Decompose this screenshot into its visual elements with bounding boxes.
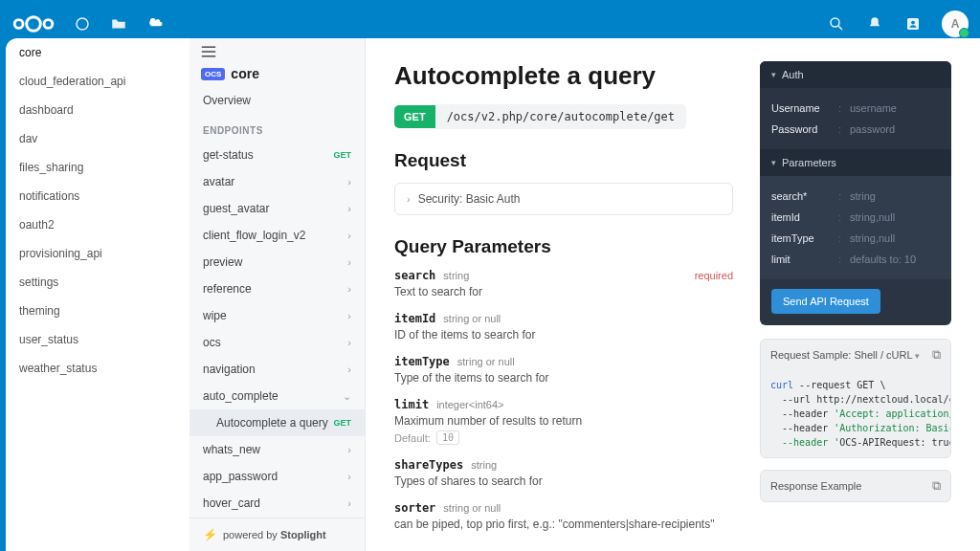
files-icon[interactable] xyxy=(109,14,128,33)
svg-point-1 xyxy=(14,20,23,29)
svg-line-5 xyxy=(838,26,842,30)
svg-point-2 xyxy=(44,20,53,29)
notifications-icon[interactable] xyxy=(865,14,884,33)
svg-point-4 xyxy=(831,18,839,27)
endpoint-sidebar: OCS core Overview ENDPOINTS get-statusGE… xyxy=(189,38,366,48)
dashboard-icon[interactable] xyxy=(73,14,92,33)
contacts-icon[interactable] xyxy=(903,14,923,33)
app-list-sidebar: corecloud_federation_apidashboarddavfile… xyxy=(6,38,189,48)
svg-point-3 xyxy=(77,18,88,30)
app-list-item[interactable]: core xyxy=(6,38,189,48)
ocs-app-icon[interactable] xyxy=(145,14,165,33)
svg-point-7 xyxy=(911,21,915,25)
app-logo[interactable] xyxy=(11,13,56,34)
avatar[interactable]: A xyxy=(942,11,969,37)
search-icon[interactable] xyxy=(827,14,846,33)
menu-toggle-icon[interactable] xyxy=(201,46,216,48)
svg-point-0 xyxy=(27,17,41,32)
